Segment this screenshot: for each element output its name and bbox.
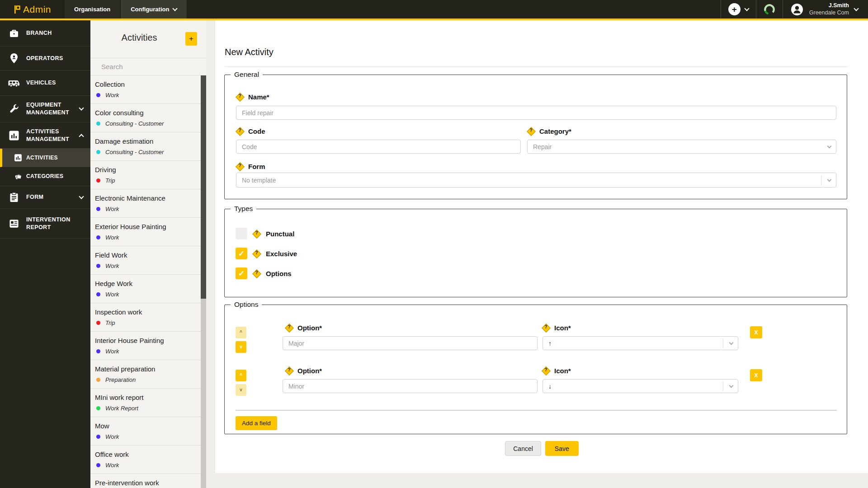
sidebar-item-activities[interactable]: ACTIVITIES [0,149,90,167]
cancel-button[interactable]: Cancel [505,441,541,456]
category-dot [96,292,100,296]
types-legend: Types [231,205,256,213]
activity-list-item[interactable]: Driving Trip [90,161,206,189]
sidebar-item-operators[interactable]: OPERATORS [0,47,90,70]
help-icon[interactable] [527,127,535,136]
activity-list-item[interactable]: Electronic Maintenance Work [90,189,206,218]
code-label: Code [248,127,265,135]
activity-list-item[interactable]: Inspection work Trip [90,303,206,332]
activity-list-item[interactable]: MIni work report Work Report [90,389,206,417]
search-input[interactable] [101,63,183,70]
activities-search [90,58,206,75]
category-label: Work [105,234,119,241]
move-down-button[interactable]: v [236,384,246,396]
chevron-down-icon [79,105,84,110]
category-dot [96,235,100,239]
help-icon[interactable] [285,324,293,332]
sidebar-item-vehicles[interactable]: VEHICLES [0,70,90,96]
help-icon[interactable] [285,366,293,375]
page-title: New Activity [225,47,274,57]
activity-list-item[interactable]: Office work Work [90,446,206,474]
help-icon[interactable] [236,93,244,101]
move-up-button[interactable]: ^ [236,327,246,338]
activity-name: Pre-intervention work [95,479,202,487]
logo-text: Admin [23,4,51,15]
category-dot [96,435,100,439]
category-dot [96,378,100,382]
bar-chart-icon [8,130,20,141]
menu-organisation[interactable]: Organisation [64,0,120,19]
save-button[interactable]: Save [545,441,579,456]
move-up-button[interactable]: ^ [236,370,246,381]
activity-list-item[interactable]: Color consulting Consulting - Customer [90,104,206,132]
icon-select[interactable]: ↓ [542,379,738,393]
activity-name: Color consulting [95,109,202,117]
activity-list-item[interactable]: Collection Work [90,75,206,104]
sidebar: BRANCH OPERATORS VEHICLES EQUIPMENT MANA… [0,20,90,488]
icon-value: ↑ [548,340,552,347]
chevron-down-icon[interactable] [744,6,749,11]
add-activity-button[interactable]: + [185,32,197,46]
help-icon[interactable] [236,162,244,171]
activity-list-item[interactable]: Mow Work [90,417,206,446]
category-select[interactable]: Repair [527,140,836,154]
sidebar-item-branch[interactable]: BRANCH [0,20,90,47]
activity-list-item[interactable]: Hedge Work Work [90,275,206,303]
topbar-menu: Organisation Configuration [64,0,187,19]
activity-list-item[interactable]: Interior House Painting Work [90,332,206,360]
help-icon[interactable] [542,324,550,332]
options-fieldset: Options ^ v Option* Icon* ↑ X ^ v Option… [224,305,847,434]
help-icon[interactable] [236,127,244,136]
activity-list-item[interactable]: Pre-intervention work [90,474,206,488]
help-icon[interactable] [252,249,261,258]
sidebar-item-intervention-report[interactable]: INTERVENTION REPORT [0,209,90,239]
types-fieldset: Types ✓ Punctual ✓ Exclusive ✓ Options [224,209,847,297]
general-legend: General [231,70,263,79]
name-input[interactable] [236,106,836,120]
sidebar-item-categories[interactable]: CATEGORIES [0,167,90,186]
help-icon[interactable] [252,230,261,238]
delete-option-button[interactable]: X [750,326,762,338]
activity-category: Consulting - Customer [96,120,202,127]
exclusive-checkbox[interactable]: ✓ [236,248,247,259]
activity-name: Material preparation [95,365,202,373]
title-divider [225,66,848,67]
punctual-checkbox[interactable]: ✓ [236,228,247,239]
vehicle-icon [8,78,20,88]
icon-value: ↓ [548,383,552,390]
add-field-button[interactable]: Add a field [236,416,277,430]
category-dot [96,321,100,325]
options-checkbox[interactable]: ✓ [236,267,247,279]
help-icon[interactable] [252,269,261,278]
user-menu[interactable]: J.Smith Greendale Com [783,0,868,19]
move-down-button[interactable]: v [236,341,246,353]
gauge-icon[interactable] [764,4,775,15]
delete-option-button[interactable]: X [750,369,762,381]
activity-list-item[interactable]: Field Work Work [90,246,206,275]
chevron-down-icon [827,177,832,182]
activity-list-item[interactable]: Exterior House Painting Work [90,218,206,246]
sidebar-item-form[interactable]: FORM [0,186,90,209]
menu-configuration[interactable]: Configuration [120,0,187,19]
icon-select[interactable]: ↑ [542,336,738,350]
sidebar-item-equipment-management[interactable]: EQUIPMENT MANAGEMENT [0,96,90,122]
activity-name: Inspection work [95,308,202,316]
form-template-select[interactable]: No template [236,173,836,188]
category-label: Consulting - Customer [105,120,164,127]
option-label: Option* [297,367,322,375]
scrollbar-track[interactable] [201,75,206,488]
help-icon[interactable] [542,366,550,375]
activity-list-item[interactable]: Damage estimation Consulting - Customer [90,132,206,161]
sidebar-item-activities-management[interactable]: ACTIVITIES MANAGEMENT [0,122,90,149]
activity-category: Work [96,206,202,212]
scrollbar-thumb[interactable] [201,75,206,299]
user-name: J.Smith [809,2,849,9]
activity-category: Preparation [96,376,202,383]
plus-circle-icon[interactable]: + [728,3,741,15]
code-input[interactable] [236,140,521,154]
option-input[interactable] [283,336,538,350]
category-dot [96,463,100,467]
category-value: Repair [533,143,552,150]
activity-list-item[interactable]: Material preparation Preparation [90,360,206,389]
option-input[interactable] [283,379,538,393]
